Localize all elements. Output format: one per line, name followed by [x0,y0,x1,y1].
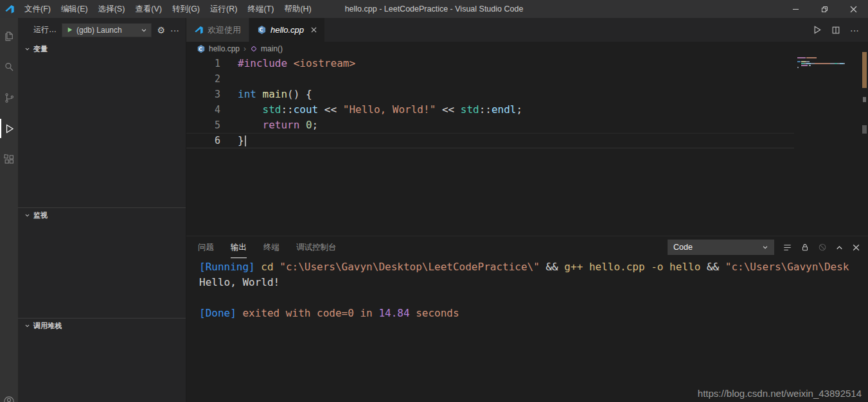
cpp-icon: C [257,25,267,35]
run-code-icon[interactable] [812,25,822,35]
code-text [220,71,238,87]
source-control-icon[interactable] [0,82,18,113]
title-bar: 文件(F)编辑(E)选择(S)查看(V)转到(G)运行(R)终端(T)帮助(H)… [0,0,868,18]
minimap[interactable] [797,57,859,69]
split-editor-icon[interactable] [831,26,840,35]
line-number: 2 [186,71,220,87]
minimap-line [797,65,859,66]
output-line [199,290,868,306]
explorer-icon[interactable] [0,21,18,51]
output-channel-select[interactable]: Code [668,240,774,255]
panel-tabs: 问题输出终端调试控制台 [198,236,337,258]
vscode-logo-icon [0,4,19,14]
call-stack-section-body [18,333,186,402]
symbol-method-icon [250,45,258,53]
menu-item[interactable]: 文件(F) [19,0,56,18]
close-panel-icon[interactable] [852,243,860,252]
overview-ruler-mark [863,97,866,102]
output-line: Hello, World! [199,275,868,290]
breadcrumb-file[interactable]: hello.cpp [209,44,240,53]
menu-item[interactable]: 运行(R) [205,0,242,18]
minimap-line [797,57,859,58]
workbench: 运行… (gdb) Launch ⚙ ··· 变量 [0,18,868,402]
code-lines: 1#include <iostream>23int main() {4 std:… [186,56,794,148]
call-stack-section-header[interactable]: 调用堆栈 [18,319,186,333]
panel-tab[interactable]: 输出 [231,236,247,258]
editor-tab-welcome[interactable]: 欢迎使用 [186,18,249,42]
menu-item[interactable]: 查看(V) [130,0,167,18]
run-and-debug-icon[interactable] [0,113,18,144]
code-line[interactable]: 3int main() { [186,87,794,102]
variables-section: 变量 [18,42,186,207]
lock-scroll-icon[interactable] [801,243,810,252]
menu-item[interactable]: 帮助(H) [279,0,316,18]
window-controls [781,0,868,18]
watermark: https://blog.csdn.net/weixin_43892514 [698,388,862,399]
menu-item[interactable]: 编辑(E) [56,0,93,18]
code-text: #include <iostream> [220,56,355,71]
panel-tab[interactable]: 问题 [198,236,214,258]
start-debugging-icon[interactable] [66,26,73,33]
call-stack-section: 调用堆栈 [18,318,186,402]
variables-section-header[interactable]: 变量 [18,42,186,56]
line-number: 4 [186,102,220,118]
overview-ruler-mark [862,125,867,134]
vscode-icon [194,25,204,35]
maximize-panel-icon[interactable] [835,243,844,252]
code-line[interactable]: 6} [186,133,794,148]
svg-text:C: C [199,46,202,52]
close-icon[interactable] [311,27,317,33]
editor-scrollbar[interactable] [861,42,868,236]
cpp-file-icon: C [197,44,206,53]
variables-section-body [18,56,186,207]
watch-section-body [18,222,186,318]
debug-sidebar: 运行… (gdb) Launch ⚙ ··· 变量 [18,18,186,402]
restore-button[interactable] [810,0,839,18]
menu-item[interactable]: 选择(S) [93,0,130,18]
window-title: hello.cpp - LeetCodePractice - Visual St… [345,0,524,18]
panel-tab[interactable]: 终端 [263,236,279,258]
output-console[interactable]: [Running] cd "c:\Users\Gavyn\Desktop\Lee… [186,258,868,402]
launch-config-dropdown[interactable]: (gdb) Launch [62,23,152,37]
output-channel-value: Code [673,243,693,252]
code-line[interactable]: 4 std::cout << "Hello, World!" << std::e… [186,102,794,118]
editor-tabs: 欢迎使用Chello.cpp [186,18,325,42]
code-line[interactable]: 2 [186,71,794,87]
chevron-down-icon [24,323,30,329]
watch-section-header[interactable]: 监视 [18,208,186,222]
account-icon[interactable] [3,395,15,402]
more-actions-icon[interactable]: ··· [850,25,859,35]
output-line: [Done] exited with code=0 in 14.84 secon… [199,306,868,321]
breadcrumb-symbol[interactable]: main() [261,44,283,53]
open-log-file-icon[interactable] [783,243,792,252]
chevron-down-icon [24,213,30,218]
variables-section-label: 变量 [33,44,48,54]
gear-icon[interactable]: ⚙ [157,26,165,35]
menu-item[interactable]: 终端(T) [242,0,279,18]
more-actions-icon[interactable]: ··· [170,26,179,35]
editor-tab-bar: 欢迎使用Chello.cpp ··· [186,18,868,42]
code-text: std::cout << "Hello, World!" << std::end… [220,102,522,118]
launch-config-label: (gdb) Launch [76,26,122,35]
tab-label: 欢迎使用 [208,24,241,36]
call-stack-section-label: 调用堆栈 [33,321,62,331]
code-editor[interactable]: 1#include <iostream>23int main() {4 std:… [186,56,868,236]
menu-item[interactable]: 转到(G) [167,0,205,18]
extensions-icon[interactable] [0,144,18,175]
watch-section: 监视 [18,207,186,318]
search-icon[interactable] [0,51,18,82]
minimap-line [797,67,859,68]
minimize-button[interactable] [781,0,810,18]
code-text: return 0; [220,118,318,133]
code-line[interactable]: 1#include <iostream> [186,56,794,71]
editor-tab-hello-cpp[interactable]: Chello.cpp [249,18,325,42]
clear-output-icon[interactable] [818,243,827,252]
editor-actions: ··· [812,18,868,42]
minimap-line [797,59,859,60]
panel-header: 问题输出终端调试控制台 Code [186,236,868,258]
scrollbar-thumb[interactable] [862,52,867,88]
code-line[interactable]: 5 return 0; [186,118,794,133]
sidebar-title: 运行… [33,24,57,35]
close-button[interactable] [839,0,868,18]
panel-tab[interactable]: 调试控制台 [296,236,337,258]
